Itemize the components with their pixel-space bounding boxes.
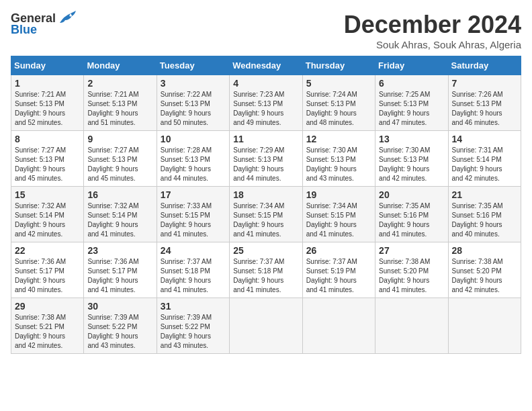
calendar-cell: 28Sunrise: 7:38 AM Sunset: 5:20 PM Dayli… <box>448 242 521 298</box>
calendar-row-2: 15Sunrise: 7:32 AM Sunset: 5:14 PM Dayli… <box>11 187 521 242</box>
day-number: 18 <box>233 189 298 200</box>
day-number: 12 <box>306 134 371 144</box>
day-number: 3 <box>161 78 226 89</box>
day-number: 24 <box>161 245 226 256</box>
calendar-row-0: 1Sunrise: 7:21 AM Sunset: 5:13 PM Daylig… <box>11 75 521 131</box>
day-number: 5 <box>306 78 371 89</box>
day-info: Sunrise: 7:32 AM Sunset: 5:14 PM Dayligh… <box>87 201 152 239</box>
day-number: 11 <box>233 134 298 144</box>
day-number: 13 <box>379 134 444 144</box>
day-number: 17 <box>161 189 226 200</box>
day-number: 28 <box>452 245 517 256</box>
day-number: 29 <box>15 301 80 312</box>
day-number: 27 <box>379 245 444 256</box>
weekday-header-saturday: Saturday <box>448 56 521 75</box>
day-number: 25 <box>233 245 298 256</box>
day-info: Sunrise: 7:36 AM Sunset: 5:17 PM Dayligh… <box>15 257 80 295</box>
day-info: Sunrise: 7:37 AM Sunset: 5:18 PM Dayligh… <box>233 257 298 295</box>
calendar-cell: 16Sunrise: 7:32 AM Sunset: 5:14 PM Dayli… <box>84 187 157 242</box>
day-number: 14 <box>452 134 517 144</box>
day-number: 7 <box>452 78 517 89</box>
location-title: Souk Ahras, Souk Ahras, Algeria <box>344 39 521 50</box>
calendar-row-4: 29Sunrise: 7:38 AM Sunset: 5:21 PM Dayli… <box>11 298 521 354</box>
calendar-cell: 10Sunrise: 7:28 AM Sunset: 5:13 PM Dayli… <box>157 131 229 187</box>
calendar-cell: 30Sunrise: 7:39 AM Sunset: 5:22 PM Dayli… <box>84 298 157 354</box>
calendar-cell: 14Sunrise: 7:31 AM Sunset: 5:14 PM Dayli… <box>448 131 521 187</box>
logo-blue-text: Blue <box>11 23 37 37</box>
day-info: Sunrise: 7:27 AM Sunset: 5:13 PM Dayligh… <box>15 146 80 183</box>
day-info: Sunrise: 7:38 AM Sunset: 5:20 PM Dayligh… <box>379 257 444 295</box>
calendar-cell: 3Sunrise: 7:22 AM Sunset: 5:13 PM Daylig… <box>157 75 229 131</box>
day-number: 16 <box>87 189 152 200</box>
day-info: Sunrise: 7:24 AM Sunset: 5:13 PM Dayligh… <box>306 90 371 128</box>
day-info: Sunrise: 7:29 AM Sunset: 5:13 PM Dayligh… <box>233 146 298 183</box>
calendar-cell: 22Sunrise: 7:36 AM Sunset: 5:17 PM Dayli… <box>11 242 84 298</box>
logo-bird-icon <box>57 11 76 26</box>
calendar-cell: 13Sunrise: 7:30 AM Sunset: 5:13 PM Dayli… <box>375 131 448 187</box>
calendar-cell: 18Sunrise: 7:34 AM Sunset: 5:15 PM Dayli… <box>230 187 302 242</box>
day-info: Sunrise: 7:36 AM Sunset: 5:17 PM Dayligh… <box>87 257 152 295</box>
calendar-cell: 17Sunrise: 7:33 AM Sunset: 5:15 PM Dayli… <box>157 187 229 242</box>
day-number: 19 <box>306 189 371 200</box>
day-info: Sunrise: 7:37 AM Sunset: 5:18 PM Dayligh… <box>161 257 226 295</box>
calendar-cell: 8Sunrise: 7:27 AM Sunset: 5:13 PM Daylig… <box>11 131 84 187</box>
calendar-cell: 12Sunrise: 7:30 AM Sunset: 5:13 PM Dayli… <box>302 131 375 187</box>
calendar-cell <box>230 298 302 354</box>
calendar-cell: 1Sunrise: 7:21 AM Sunset: 5:13 PM Daylig… <box>11 75 84 131</box>
day-number: 4 <box>233 78 298 89</box>
calendar-header-row: SundayMondayTuesdayWednesdayThursdayFrid… <box>11 56 521 75</box>
calendar-cell: 25Sunrise: 7:37 AM Sunset: 5:18 PM Dayli… <box>230 242 302 298</box>
calendar-cell: 20Sunrise: 7:35 AM Sunset: 5:16 PM Dayli… <box>375 187 448 242</box>
day-info: Sunrise: 7:32 AM Sunset: 5:14 PM Dayligh… <box>15 201 80 239</box>
day-number: 30 <box>87 301 152 312</box>
day-number: 6 <box>379 78 444 89</box>
calendar-cell: 15Sunrise: 7:32 AM Sunset: 5:14 PM Dayli… <box>11 187 84 242</box>
calendar-cell: 4Sunrise: 7:23 AM Sunset: 5:13 PM Daylig… <box>230 75 302 131</box>
day-info: Sunrise: 7:33 AM Sunset: 5:15 PM Dayligh… <box>161 201 226 239</box>
calendar-cell: 23Sunrise: 7:36 AM Sunset: 5:17 PM Dayli… <box>84 242 157 298</box>
day-info: Sunrise: 7:28 AM Sunset: 5:13 PM Dayligh… <box>161 146 226 183</box>
calendar-cell: 11Sunrise: 7:29 AM Sunset: 5:13 PM Dayli… <box>230 131 302 187</box>
calendar-cell <box>375 298 448 354</box>
calendar-row-3: 22Sunrise: 7:36 AM Sunset: 5:17 PM Dayli… <box>11 242 521 298</box>
day-info: Sunrise: 7:34 AM Sunset: 5:15 PM Dayligh… <box>233 201 298 239</box>
calendar-cell: 26Sunrise: 7:37 AM Sunset: 5:19 PM Dayli… <box>302 242 375 298</box>
day-number: 23 <box>87 245 152 256</box>
title-area: December 2024 Souk Ahras, Souk Ahras, Al… <box>344 11 521 50</box>
page-header: General Blue December 2024 Souk Ahras, S… <box>11 11 521 50</box>
day-info: Sunrise: 7:34 AM Sunset: 5:15 PM Dayligh… <box>306 201 371 239</box>
calendar-row-1: 8Sunrise: 7:27 AM Sunset: 5:13 PM Daylig… <box>11 131 521 187</box>
day-info: Sunrise: 7:38 AM Sunset: 5:21 PM Dayligh… <box>15 313 80 351</box>
day-info: Sunrise: 7:21 AM Sunset: 5:13 PM Dayligh… <box>87 90 152 128</box>
day-info: Sunrise: 7:35 AM Sunset: 5:16 PM Dayligh… <box>379 201 444 239</box>
weekday-header-sunday: Sunday <box>11 56 84 75</box>
month-title: December 2024 <box>344 11 521 39</box>
day-number: 15 <box>15 189 80 200</box>
day-info: Sunrise: 7:27 AM Sunset: 5:13 PM Dayligh… <box>87 146 152 183</box>
calendar-cell: 9Sunrise: 7:27 AM Sunset: 5:13 PM Daylig… <box>84 131 157 187</box>
weekday-header-friday: Friday <box>375 56 448 75</box>
day-info: Sunrise: 7:25 AM Sunset: 5:13 PM Dayligh… <box>379 90 444 128</box>
calendar-cell: 21Sunrise: 7:35 AM Sunset: 5:16 PM Dayli… <box>448 187 521 242</box>
day-info: Sunrise: 7:30 AM Sunset: 5:13 PM Dayligh… <box>379 146 444 183</box>
day-info: Sunrise: 7:38 AM Sunset: 5:20 PM Dayligh… <box>452 257 517 295</box>
day-number: 1 <box>15 78 80 89</box>
day-number: 31 <box>161 301 226 312</box>
weekday-header-wednesday: Wednesday <box>230 56 302 75</box>
calendar-cell: 5Sunrise: 7:24 AM Sunset: 5:13 PM Daylig… <box>302 75 375 131</box>
calendar-cell: 29Sunrise: 7:38 AM Sunset: 5:21 PM Dayli… <box>11 298 84 354</box>
weekday-header-thursday: Thursday <box>302 56 375 75</box>
weekday-header-tuesday: Tuesday <box>157 56 229 75</box>
calendar-cell: 27Sunrise: 7:38 AM Sunset: 5:20 PM Dayli… <box>375 242 448 298</box>
day-number: 8 <box>15 134 80 144</box>
weekday-header-monday: Monday <box>84 56 157 75</box>
day-info: Sunrise: 7:35 AM Sunset: 5:16 PM Dayligh… <box>452 201 517 239</box>
day-info: Sunrise: 7:22 AM Sunset: 5:13 PM Dayligh… <box>161 90 226 128</box>
calendar-cell <box>302 298 375 354</box>
calendar-cell: 2Sunrise: 7:21 AM Sunset: 5:13 PM Daylig… <box>84 75 157 131</box>
day-info: Sunrise: 7:39 AM Sunset: 5:22 PM Dayligh… <box>161 313 226 351</box>
calendar-cell <box>448 298 521 354</box>
day-info: Sunrise: 7:31 AM Sunset: 5:14 PM Dayligh… <box>452 146 517 183</box>
calendar-cell: 31Sunrise: 7:39 AM Sunset: 5:22 PM Dayli… <box>157 298 229 354</box>
day-info: Sunrise: 7:26 AM Sunset: 5:13 PM Dayligh… <box>452 90 517 128</box>
